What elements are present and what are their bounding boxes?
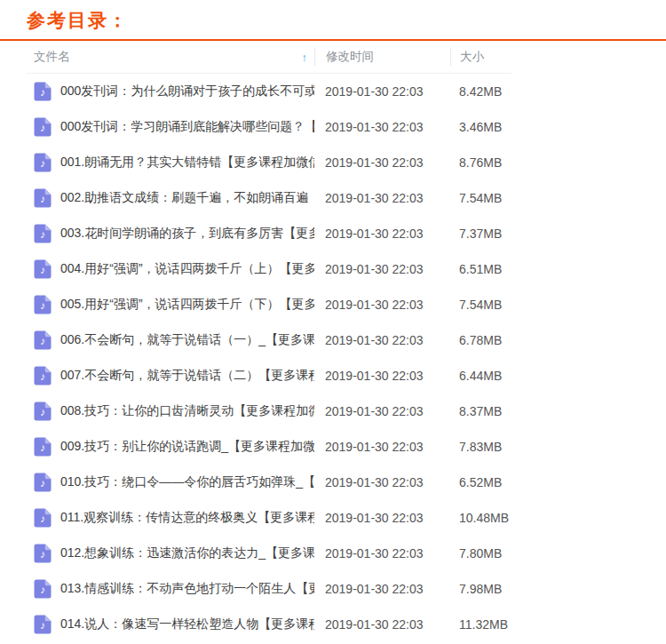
table-row[interactable]: ♪ 002.助推语文成绩：刷题千遍，不如朗诵百遍【更... 2019-01-30… bbox=[27, 180, 511, 216]
file-name-cell[interactable]: ♪ 004.用好“强调”，说话四两拨千斤（上）【更多... bbox=[27, 259, 314, 279]
file-name-cell[interactable]: ♪ 006.不会断句，就等于说错话（一）_【更多课程... bbox=[27, 330, 314, 350]
file-name-cell[interactable]: ♪ 007.不会断句，就等于说错话（二）【更多课程加... bbox=[27, 366, 314, 386]
music-note-icon: ♪ bbox=[40, 513, 45, 525]
modified-header-label: 修改时间 bbox=[326, 49, 374, 65]
column-header-size[interactable]: 大小 bbox=[450, 48, 511, 66]
music-file-icon: ♪ bbox=[34, 437, 52, 457]
music-file-icon: ♪ bbox=[34, 330, 52, 350]
file-name-cell[interactable]: ♪ 003.花时间学朗诵的孩子，到底有多厉害【更多课... bbox=[27, 224, 314, 243]
file-name: 000发刊词：学习朗诵到底能解决哪些问题？【更... bbox=[60, 119, 314, 135]
file-name-cell[interactable]: ♪ 008.技巧：让你的口齿清晰灵动【更多课程加微信... bbox=[27, 402, 314, 421]
file-modified: 2019-01-30 22:03 bbox=[314, 617, 450, 632]
file-name-cell[interactable]: ♪ 009.技巧：别让你的说话跑调_【更多课程加微信... bbox=[27, 437, 314, 457]
file-size: 8.42MB bbox=[450, 84, 511, 99]
file-size: 6.52MB bbox=[450, 475, 511, 489]
file-modified: 2019-01-30 22:03 bbox=[314, 191, 450, 205]
file-size: 8.37MB bbox=[450, 404, 511, 418]
file-size: 11.32MB bbox=[450, 617, 511, 632]
file-size: 7.80MB bbox=[450, 546, 511, 561]
file-modified: 2019-01-30 22:03 bbox=[314, 369, 450, 383]
table-row[interactable]: ♪ 013.情感训练：不动声色地打动一个陌生人【更多... 2019-01-30… bbox=[27, 571, 511, 607]
music-note-icon: ♪ bbox=[40, 406, 45, 418]
file-modified: 2019-01-30 22:03 bbox=[314, 298, 450, 312]
music-note-icon: ♪ bbox=[40, 228, 45, 241]
file-name-cell[interactable]: ♪ 002.助推语文成绩：刷题千遍，不如朗诵百遍【更... bbox=[27, 188, 314, 208]
file-size: 6.78MB bbox=[450, 333, 511, 347]
music-file-icon: ♪ bbox=[34, 153, 52, 172]
table-row[interactable]: ♪ 009.技巧：别让你的说话跑调_【更多课程加微信... 2019-01-30… bbox=[27, 429, 511, 465]
table-row[interactable]: ♪ 007.不会断句，就等于说错话（二）【更多课程加... 2019-01-30… bbox=[27, 358, 511, 394]
music-note-icon: ♪ bbox=[40, 157, 45, 170]
table-header-row: 文件名 ↑ 修改时间 大小 bbox=[27, 41, 511, 74]
file-modified: 2019-01-30 22:03 bbox=[314, 155, 450, 170]
file-name: 010.技巧：绕口令——令你的唇舌巧如弹珠_【更... bbox=[60, 474, 314, 490]
sort-ascending-icon[interactable]: ↑ bbox=[302, 51, 308, 64]
column-header-filename[interactable]: 文件名 ↑ bbox=[27, 49, 314, 65]
file-name: 000发刊词：为什么朗诵对于孩子的成长不可或缺... bbox=[60, 83, 314, 99]
file-name: 001.朗诵无用？其实大错特错【更多课程加微信：... bbox=[60, 155, 314, 171]
music-file-icon: ♪ bbox=[34, 259, 52, 279]
table-row[interactable]: ♪ 012.想象训练：迅速激活你的表达力_【更多课程... 2019-01-30… bbox=[27, 536, 511, 571]
file-size: 7.37MB bbox=[450, 227, 511, 241]
table-row[interactable]: ♪ 005.用好“强调”，说话四两拨千斤（下）【更多... 2019-01-30… bbox=[27, 287, 511, 322]
table-row[interactable]: ♪ 014.说人：像速写一样轻松塑造人物【更多课程加... 2019-01-30… bbox=[27, 607, 511, 642]
file-name: 004.用好“强调”，说话四两拨千斤（上）【更多... bbox=[60, 261, 314, 277]
file-name-cell[interactable]: ♪ 001.朗诵无用？其实大错特错【更多课程加微信：... bbox=[27, 153, 314, 172]
file-name-cell[interactable]: ♪ 011.观察训练：传情达意的终极奥义【更多课程加... bbox=[27, 508, 314, 528]
table-row[interactable]: ♪ 004.用好“强调”，说话四两拨千斤（上）【更多... 2019-01-30… bbox=[27, 251, 511, 287]
table-row[interactable]: ♪ 003.花时间学朗诵的孩子，到底有多厉害【更多课... 2019-01-30… bbox=[27, 216, 511, 251]
file-name-cell[interactable]: ♪ 000发刊词：为什么朗诵对于孩子的成长不可或缺... bbox=[27, 82, 314, 101]
table-row[interactable]: ♪ 001.朗诵无用？其实大错特错【更多课程加微信：... 2019-01-30… bbox=[27, 145, 511, 180]
music-file-icon: ♪ bbox=[34, 615, 52, 634]
file-modified: 2019-01-30 22:03 bbox=[314, 546, 450, 561]
music-note-icon: ♪ bbox=[40, 299, 45, 312]
file-name-cell[interactable]: ♪ 012.想象训练：迅速激活你的表达力_【更多课程... bbox=[27, 544, 314, 563]
file-name: 003.花时间学朗诵的孩子，到底有多厉害【更多课... bbox=[60, 226, 314, 242]
table-row[interactable]: ♪ 000发刊词：为什么朗诵对于孩子的成长不可或缺... 2019-01-30 … bbox=[27, 74, 511, 109]
file-modified: 2019-01-30 22:03 bbox=[314, 404, 450, 418]
file-name-cell[interactable]: ♪ 010.技巧：绕口令——令你的唇舌巧如弹珠_【更... bbox=[27, 473, 314, 492]
file-size: 10.48MB bbox=[450, 511, 511, 525]
size-header-label: 大小 bbox=[460, 49, 484, 65]
music-note-icon: ♪ bbox=[40, 370, 45, 383]
table-row[interactable]: ♪ 008.技巧：让你的口齿清晰灵动【更多课程加微信... 2019-01-30… bbox=[27, 394, 511, 429]
music-note-icon: ♪ bbox=[40, 548, 45, 561]
music-note-icon: ♪ bbox=[40, 264, 45, 276]
music-file-icon: ♪ bbox=[34, 117, 52, 137]
file-modified: 2019-01-30 22:03 bbox=[314, 582, 450, 596]
file-name-cell[interactable]: ♪ 014.说人：像速写一样轻松塑造人物【更多课程加... bbox=[27, 615, 314, 634]
music-file-icon: ♪ bbox=[34, 508, 52, 528]
music-file-icon: ♪ bbox=[34, 82, 52, 101]
music-file-icon: ♪ bbox=[34, 224, 52, 243]
file-modified: 2019-01-30 22:03 bbox=[314, 475, 450, 489]
music-note-icon: ♪ bbox=[40, 584, 45, 596]
file-name-cell[interactable]: ♪ 013.情感训练：不动声色地打动一个陌生人【更多... bbox=[27, 579, 314, 599]
file-modified: 2019-01-30 22:03 bbox=[314, 84, 450, 99]
file-name: 012.想象训练：迅速激活你的表达力_【更多课程... bbox=[60, 545, 314, 561]
music-note-icon: ♪ bbox=[40, 477, 45, 489]
file-modified: 2019-01-30 22:03 bbox=[314, 333, 450, 347]
file-name: 013.情感训练：不动声色地打动一个陌生人【更多... bbox=[60, 581, 314, 597]
music-file-icon: ♪ bbox=[34, 402, 52, 421]
file-name: 011.观察训练：传情达意的终极奥义【更多课程加... bbox=[60, 510, 314, 526]
file-modified: 2019-01-30 22:03 bbox=[314, 511, 450, 525]
filename-header-label: 文件名 bbox=[34, 49, 70, 65]
music-note-icon: ♪ bbox=[40, 122, 45, 134]
file-name: 005.用好“强调”，说话四两拨千斤（下）【更多... bbox=[60, 297, 314, 313]
table-body: ♪ 000发刊词：为什么朗诵对于孩子的成长不可或缺... 2019-01-30 … bbox=[27, 74, 511, 642]
table-row[interactable]: ♪ 006.不会断句，就等于说错话（一）_【更多课程... 2019-01-30… bbox=[27, 322, 511, 358]
table-row[interactable]: ♪ 011.观察训练：传情达意的终极奥义【更多课程加... 2019-01-30… bbox=[27, 500, 511, 536]
file-name-cell[interactable]: ♪ 000发刊词：学习朗诵到底能解决哪些问题？【更... bbox=[27, 117, 314, 137]
file-modified: 2019-01-30 22:03 bbox=[314, 227, 450, 241]
file-size: 8.76MB bbox=[450, 155, 511, 170]
file-size: 6.51MB bbox=[450, 262, 511, 276]
music-file-icon: ♪ bbox=[34, 473, 52, 492]
file-name: 002.助推语文成绩：刷题千遍，不如朗诵百遍【更... bbox=[60, 190, 314, 206]
column-header-modified[interactable]: 修改时间 bbox=[314, 48, 450, 66]
table-row[interactable]: ♪ 000发刊词：学习朗诵到底能解决哪些问题？【更... 2019-01-30 … bbox=[27, 109, 511, 145]
music-file-icon: ♪ bbox=[34, 295, 52, 314]
file-size: 7.54MB bbox=[450, 298, 511, 312]
page-title: 参考目录： bbox=[27, 8, 666, 33]
file-name-cell[interactable]: ♪ 005.用好“强调”，说话四两拨千斤（下）【更多... bbox=[27, 295, 314, 314]
table-row[interactable]: ♪ 010.技巧：绕口令——令你的唇舌巧如弹珠_【更... 2019-01-30… bbox=[27, 465, 511, 500]
